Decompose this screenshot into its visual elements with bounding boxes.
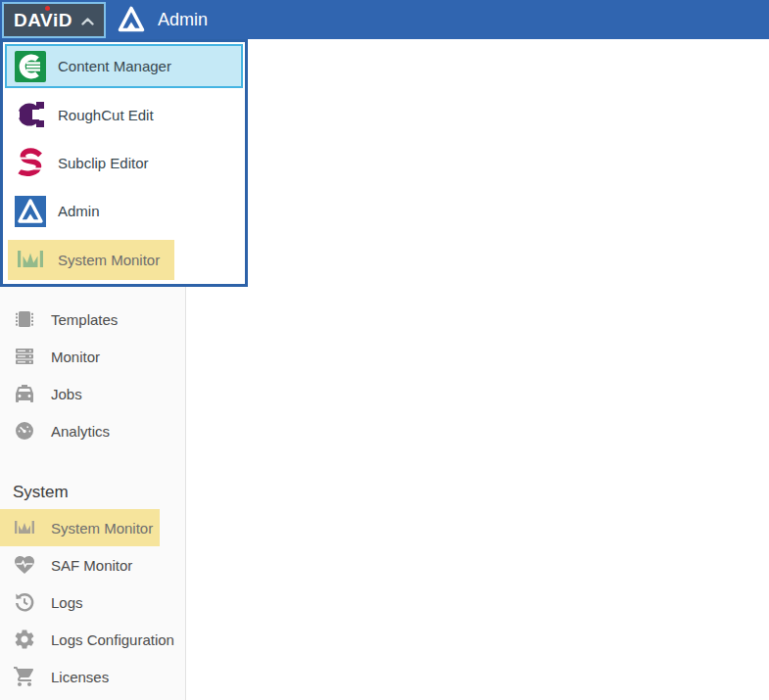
app-title: Admin xyxy=(158,0,208,39)
roughcut-edit-icon xyxy=(15,99,46,130)
sidebar-item-label: System Monitor xyxy=(51,520,153,537)
brand-red-dot xyxy=(45,6,50,11)
admin-logo-icon xyxy=(116,4,147,35)
sidebar-item-templates[interactable]: Templates xyxy=(0,301,185,338)
menu-item-label: RoughCut Edit xyxy=(58,107,154,123)
sidebar-item-analytics[interactable]: Analytics xyxy=(0,412,185,449)
system-monitor-green-icon xyxy=(15,244,46,275)
admin-icon xyxy=(15,196,46,227)
brand-logo: DAViD xyxy=(14,11,72,29)
main-content xyxy=(186,39,769,700)
menu-item-label: Content Manager xyxy=(58,58,171,74)
sidebar-section-header-system: System xyxy=(0,476,185,509)
cart-icon xyxy=(13,665,36,688)
sidebar-item-label: Logs Configuration xyxy=(51,631,174,648)
subclip-editor-icon xyxy=(15,148,46,179)
sidebar-item-label: Logs xyxy=(51,594,83,611)
sidebar-item-label: SAF Monitor xyxy=(51,557,132,574)
sidebar-item-label: Analytics xyxy=(51,423,110,440)
sidebar-item-label: Templates xyxy=(51,311,118,328)
sidebar-item-licenses[interactable]: Licenses xyxy=(0,658,185,695)
sidebar-item-label: Licenses xyxy=(51,669,109,685)
menu-item-admin[interactable]: Admin xyxy=(3,187,245,235)
menu-item-label: Subclip Editor xyxy=(58,155,149,171)
sidebar-nav: TemplatesMonitorJobsAnalyticsSystemSyste… xyxy=(0,301,185,695)
app-switcher-menu: Content ManagerRoughCut EditSubclip Edit… xyxy=(0,39,248,287)
chevron-up-icon xyxy=(81,18,94,25)
top-bar: DAViD Admin xyxy=(0,0,769,39)
sidebar-item-logs[interactable]: Logs xyxy=(0,583,185,621)
menu-item-label: System Monitor xyxy=(58,252,160,268)
sidebar-item-label: Monitor xyxy=(51,349,100,365)
sidebar-item-system-monitor[interactable]: System Monitor xyxy=(0,509,185,546)
menu-item-subclip-editor[interactable]: Subclip Editor xyxy=(3,139,245,187)
sidebar-item-jobs[interactable]: Jobs xyxy=(0,375,185,412)
chip-icon xyxy=(13,307,36,331)
sidebar-item-monitor[interactable]: Monitor xyxy=(0,338,185,375)
menu-item-roughcut-edit[interactable]: RoughCut Edit xyxy=(3,90,245,138)
gauge-icon xyxy=(13,419,36,443)
menu-item-label: Admin xyxy=(58,203,100,219)
heart-pulse-icon xyxy=(13,553,36,577)
servers-icon xyxy=(13,345,36,368)
menu-item-system-monitor[interactable]: System Monitor xyxy=(3,236,245,284)
sidebar-item-label: Jobs xyxy=(51,386,82,402)
taxi-icon xyxy=(13,382,36,405)
app-switcher-button[interactable]: DAViD xyxy=(2,2,106,38)
gear-icon xyxy=(13,628,36,651)
system-monitor-gray-icon xyxy=(13,516,36,539)
content-manager-icon xyxy=(15,51,46,82)
sidebar-item-logs-configuration[interactable]: Logs Configuration xyxy=(0,621,185,658)
history-icon xyxy=(13,590,36,614)
sidebar-item-saf-monitor[interactable]: SAF Monitor xyxy=(0,546,185,583)
menu-item-content-manager[interactable]: Content Manager xyxy=(3,42,245,90)
